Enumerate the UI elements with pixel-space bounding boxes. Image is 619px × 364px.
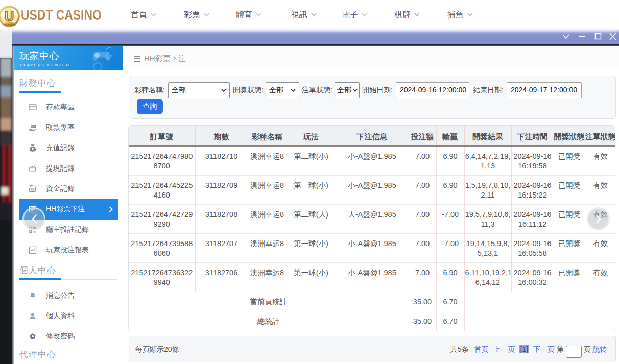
svg-text:U: U bbox=[5, 9, 14, 23]
svg-text:CASINO: CASINO bbox=[4, 23, 15, 27]
